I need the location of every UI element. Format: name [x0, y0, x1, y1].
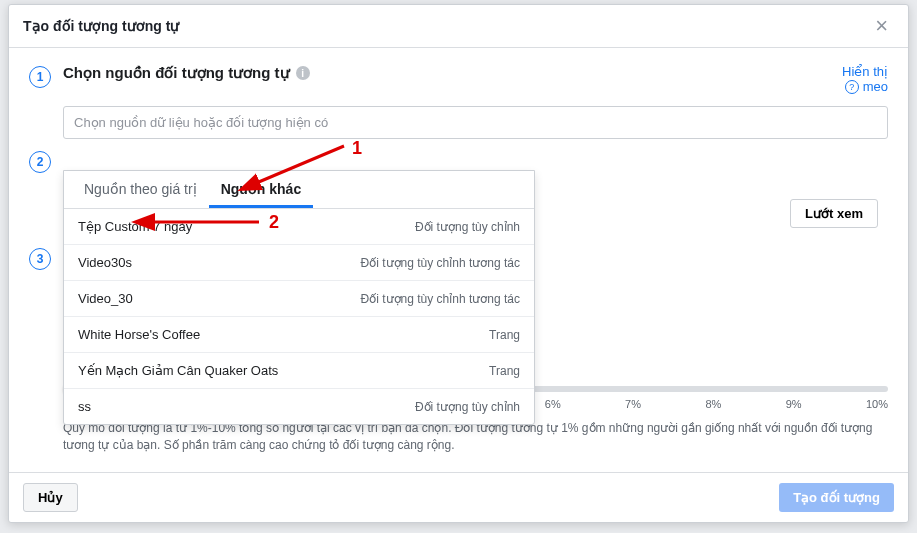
cancel-button[interactable]: Hủy: [23, 483, 78, 512]
option-type: Đối tượng tùy chỉnh: [415, 400, 520, 414]
tick: 9%: [786, 398, 802, 410]
option-name: Tệp Custom 7 ngày: [78, 219, 192, 234]
step-badge-1: 1: [29, 66, 51, 88]
option-name: Video30s: [78, 255, 132, 270]
source-tabs: Nguồn theo giá trị Nguồn khác: [64, 171, 534, 209]
source-options-list: Tệp Custom 7 ngày Đối tượng tùy chỉnh Vi…: [64, 209, 534, 424]
source-dropdown: Nguồn theo giá trị Nguồn khác Tệp Custom…: [63, 170, 535, 425]
option-name: Video_30: [78, 291, 133, 306]
source-input[interactable]: [63, 106, 888, 139]
create-audience-button[interactable]: Tạo đối tượng: [779, 483, 894, 512]
option-type: Đối tượng tùy chỉnh tương tác: [361, 292, 520, 306]
modal-body: 1 Chọn nguồn đối tượng tương tự i Hiển t…: [9, 48, 908, 472]
modal-title: Tạo đối tượng tương tự: [23, 18, 179, 34]
show-tips-line1: Hiển thị: [842, 64, 888, 79]
show-tips-link[interactable]: Hiển thị ? meo: [842, 64, 888, 94]
tick: 10%: [866, 398, 888, 410]
option-type: Đối tượng tùy chỉnh: [415, 220, 520, 234]
tab-value-based[interactable]: Nguồn theo giá trị: [72, 171, 209, 208]
create-lookalike-modal: Tạo đối tượng tương tự × 1 Chọn nguồn đố…: [8, 4, 909, 523]
option-type: Đối tượng tùy chỉnh tương tác: [361, 256, 520, 270]
option-name: Yến Mạch Giảm Cân Quaker Oats: [78, 363, 278, 378]
tick: 8%: [705, 398, 721, 410]
list-item[interactable]: Tệp Custom 7 ngày Đối tượng tùy chỉnh: [64, 209, 534, 245]
step-1-row: 1 Chọn nguồn đối tượng tương tự i Hiển t…: [29, 64, 888, 94]
help-icon: ?: [845, 80, 859, 94]
modal-footer: Hủy Tạo đối tượng: [9, 472, 908, 522]
option-type: Trang: [489, 364, 520, 378]
slider-description: Quy mô đối tượng là từ 1%-10% tổng số ng…: [63, 420, 888, 455]
option-name: ss: [78, 399, 91, 414]
tick: 7%: [625, 398, 641, 410]
tab-other-sources[interactable]: Nguồn khác: [209, 171, 314, 208]
modal-header: Tạo đối tượng tương tự ×: [9, 5, 908, 48]
list-item[interactable]: White Horse's Coffee Trang: [64, 317, 534, 353]
tick: 6%: [545, 398, 561, 410]
list-item[interactable]: ss Đối tượng tùy chỉnh: [64, 389, 534, 424]
step-1-title: Chọn nguồn đối tượng tương tự i: [63, 64, 310, 82]
list-item[interactable]: Video30s Đối tượng tùy chỉnh tương tác: [64, 245, 534, 281]
list-item[interactable]: Yến Mạch Giảm Cân Quaker Oats Trang: [64, 353, 534, 389]
step-1-title-text: Chọn nguồn đối tượng tương tự: [63, 64, 290, 82]
show-tips-line2: meo: [863, 79, 888, 94]
option-type: Trang: [489, 328, 520, 342]
browse-button[interactable]: Lướt xem: [790, 199, 878, 228]
info-icon[interactable]: i: [296, 66, 310, 80]
step-badge-2: 2: [29, 151, 51, 173]
step-badge-3: 3: [29, 248, 51, 270]
option-name: White Horse's Coffee: [78, 327, 200, 342]
list-item[interactable]: Video_30 Đối tượng tùy chỉnh tương tác: [64, 281, 534, 317]
close-icon[interactable]: ×: [869, 15, 894, 37]
